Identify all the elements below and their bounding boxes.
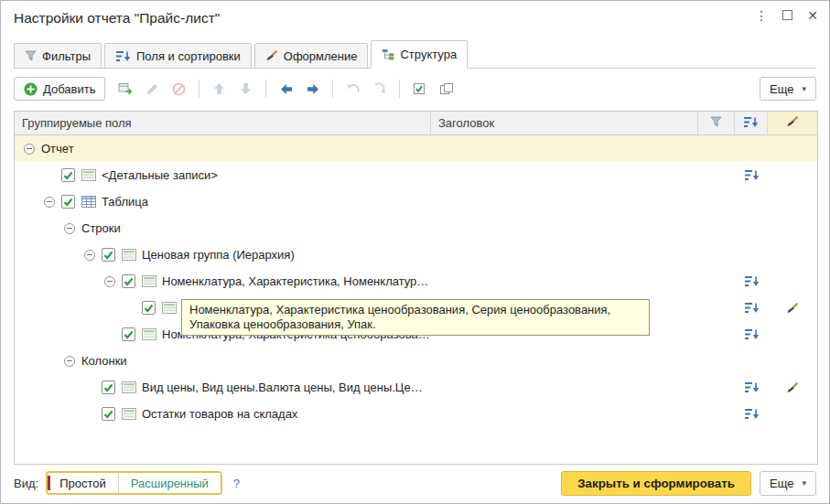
view-mode-simple-button[interactable]: Простой	[48, 473, 119, 493]
fields-sort-icon	[115, 50, 131, 62]
tab-appearance[interactable]: Оформление	[254, 43, 369, 69]
column-header-appearance[interactable]	[768, 112, 817, 134]
tab-fields-sorting[interactable]: Поля и сортировки	[104, 43, 252, 69]
appearance-brush-icon	[265, 49, 278, 62]
window-close-icon[interactable]: ✕	[807, 8, 818, 23]
toolbar: Добавить Еще ▾	[14, 76, 816, 102]
row-checkbox[interactable]	[142, 301, 156, 315]
row-checkbox[interactable]	[122, 274, 135, 288]
row-action-icons	[735, 295, 817, 321]
appearance-brush-icon	[786, 115, 799, 131]
move-up-button[interactable]	[207, 78, 232, 101]
edit-button[interactable]	[140, 78, 165, 101]
field-icon	[162, 302, 177, 314]
tree-row[interactable]: Таблица	[15, 188, 817, 215]
row-sort-slot	[735, 188, 768, 215]
row-sort-settings-icon[interactable]	[735, 295, 768, 321]
curved-arrow-up-icon	[346, 82, 361, 95]
tab-bar: ФильтрыПоля и сортировкиОформлениеСтрукт…	[14, 39, 816, 69]
tree-row[interactable]: Ценовая группа (Иерархия)	[15, 241, 817, 268]
window-maximize-icon[interactable]	[782, 8, 792, 23]
add-button[interactable]: Добавить	[14, 77, 105, 101]
plus-circle-icon	[24, 82, 38, 96]
row-checkbox[interactable]	[61, 195, 75, 209]
row-sort-settings-icon[interactable]	[735, 162, 768, 188]
row-label: Колонки	[81, 354, 127, 368]
tab-filters[interactable]: Фильтры	[14, 43, 102, 69]
tree-row[interactable]: Номенклатура, Характеристика, Номенклату…	[15, 268, 817, 295]
row-action-icons	[735, 162, 817, 188]
row-sort-settings-icon[interactable]	[735, 401, 768, 427]
uncheck-all-button[interactable]	[434, 78, 458, 101]
row-sort-slot	[735, 215, 768, 241]
move-down-button[interactable]	[233, 78, 258, 101]
row-action-icons	[735, 401, 817, 427]
collapse-expander-icon[interactable]	[44, 197, 55, 208]
toolbar-icon-buttons	[113, 78, 459, 101]
column-header-filter[interactable]	[698, 112, 735, 134]
move-level-up-button[interactable]	[340, 78, 365, 101]
expander-slot	[44, 197, 61, 208]
row-sort-settings-icon[interactable]	[735, 374, 768, 401]
curved-arrow-down-icon	[372, 82, 387, 95]
tab-label: Фильтры	[42, 49, 91, 63]
row-label: Строки	[81, 221, 121, 235]
tree-row[interactable]: Остатки товаров на складах	[15, 401, 817, 427]
help-link[interactable]: ?	[233, 477, 240, 490]
footer-bar: Вид: Простой Расширенный ? Закрыть и сфо…	[14, 470, 816, 496]
row-checkbox[interactable]	[102, 407, 115, 421]
toolbar-more-button[interactable]: Еще ▾	[760, 77, 816, 101]
collapse-expander-icon[interactable]	[24, 144, 35, 155]
arrow-left-icon	[280, 83, 293, 95]
move-right-button[interactable]	[300, 78, 325, 101]
collapse-expander-icon[interactable]	[64, 223, 75, 234]
move-level-down-button[interactable]	[367, 78, 392, 101]
delete-button[interactable]	[167, 78, 191, 101]
expander-slot	[64, 356, 81, 367]
tab-label: Структура	[400, 48, 457, 61]
row-appearance-slot	[768, 215, 817, 241]
expander-slot	[84, 250, 102, 261]
column-header-sort[interactable]	[735, 112, 768, 134]
row-appearance-slot	[768, 321, 817, 348]
move-left-button[interactable]	[274, 78, 298, 101]
row-label: Отчет	[41, 142, 74, 155]
collapse-expander-icon[interactable]	[84, 250, 95, 261]
field-icon	[81, 169, 96, 181]
row-checkbox[interactable]	[61, 168, 75, 182]
column-header-grouping-fields[interactable]: Группируемые поля	[15, 112, 431, 134]
row-checkbox[interactable]	[102, 381, 115, 394]
close-and-generate-button[interactable]: Закрыть и сформировать	[561, 471, 751, 496]
dropdown-caret-icon: ▾	[802, 478, 806, 488]
row-checkbox[interactable]	[122, 327, 135, 341]
tree-row[interactable]: Вид цены, Вид цены.Валюта цены, Вид цены…	[15, 374, 817, 401]
row-appearance-slot	[768, 162, 817, 188]
tree-row[interactable]: <Детальные записи>	[15, 162, 817, 188]
group-button[interactable]	[113, 78, 138, 101]
row-action-icons	[735, 215, 817, 241]
row-checkbox[interactable]	[102, 248, 115, 262]
tree-row[interactable]: Строки	[15, 215, 817, 241]
tree-row[interactable]: Отчет	[15, 135, 817, 162]
row-label: Ценовая группа (Иерархия)	[142, 248, 295, 262]
column-header-title[interactable]: Заголовок	[431, 112, 698, 134]
check-all-button[interactable]	[407, 78, 432, 101]
tab-structure[interactable]: Структура	[371, 40, 468, 69]
delete-icon	[172, 82, 186, 96]
row-sort-settings-icon[interactable]	[735, 268, 768, 295]
window-menu-icon[interactable]: ⋮	[755, 8, 768, 23]
dialog-title: Настройки отчета "Прайс-лист"	[14, 10, 220, 27]
toolbar-separator	[332, 80, 333, 98]
collapse-expander-icon[interactable]	[104, 276, 115, 287]
row-sort-slot	[735, 348, 768, 374]
collapse-expander-icon[interactable]	[64, 356, 75, 367]
tree-row[interactable]: Колонки	[15, 348, 817, 374]
row-appearance-icon[interactable]	[768, 374, 817, 401]
title-bar: Настройки отчета "Прайс-лист" ⋮ ✕	[1, 1, 829, 38]
footer-more-button[interactable]: Еще ▾	[760, 471, 816, 496]
row-sort-settings-icon[interactable]	[735, 321, 768, 348]
row-action-icons	[735, 348, 817, 374]
row-appearance-icon[interactable]	[768, 295, 817, 321]
arrow-up-icon	[213, 82, 225, 95]
view-mode-extended-button[interactable]: Расширенный	[119, 473, 221, 493]
